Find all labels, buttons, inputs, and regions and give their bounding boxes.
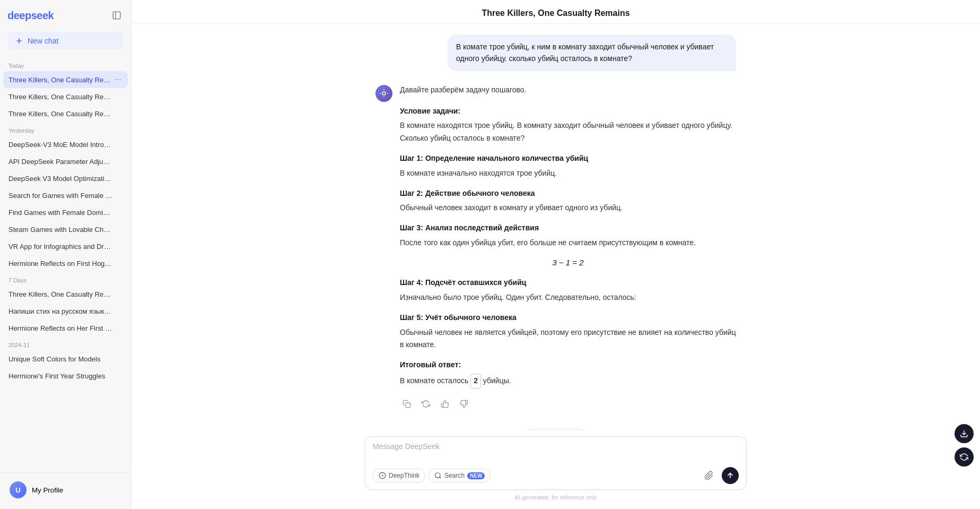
message-input[interactable] xyxy=(373,442,739,461)
conclusion-highlight: 2 xyxy=(470,374,481,389)
new-chat-button[interactable]: New chat xyxy=(7,32,124,50)
ai-section: Условие задачи:В комнате находятся трое … xyxy=(400,105,736,145)
sidebar-item[interactable]: VR App for Infographics and Drawings...·… xyxy=(3,238,128,255)
math-formula: 3 − 1 = 2 xyxy=(400,256,736,270)
sidebar-item-text: VR App for Infographics and Drawings... xyxy=(8,243,113,251)
sidebar-item[interactable]: DeepSeek V3 Model Optimization Tec...··· xyxy=(3,170,128,187)
sidebar-item[interactable]: Three Killers, One Casualty Remaining··· xyxy=(3,286,128,303)
thumbs-up-button[interactable] xyxy=(438,397,452,411)
sidebar-item[interactable]: Напиши стих на русском языке от··· xyxy=(3,303,128,320)
refresh-button[interactable] xyxy=(955,447,974,467)
ai-section-title: Шаг 4: Подсчёт оставшихся убийц xyxy=(400,277,736,289)
ai-section-body: После того как один убийца убит, его бол… xyxy=(400,237,736,249)
ai-section: Шаг 4: Подсчёт оставшихся убийцИзначальн… xyxy=(400,277,736,304)
regenerate-button[interactable] xyxy=(419,397,433,411)
ai-section: Шаг 3: Анализ последствий действияПосле … xyxy=(400,222,736,269)
sidebar-section-label: 2024-11 xyxy=(3,337,128,350)
ai-actions xyxy=(400,397,736,411)
right-side-buttons xyxy=(955,424,974,467)
send-button[interactable] xyxy=(722,467,739,484)
input-area: DeepThink Search NEW xyxy=(132,431,980,509)
sidebar: deepseek New chat TodayThree Killers, On… xyxy=(0,0,132,509)
sidebar-item-text: Unique Soft Colors for Models xyxy=(8,355,113,363)
ai-section-title: Шаг 1: Определение начального количества… xyxy=(400,152,736,165)
ai-section-body: В комнате находятся трое убийц. В комнат… xyxy=(400,119,736,145)
sidebar-item[interactable]: Three Killers, One Casualty Remai...··· xyxy=(3,71,128,88)
sidebar-item-text: DeepSeek V3 Model Optimization Tec... xyxy=(8,175,113,183)
svg-point-2 xyxy=(382,92,386,95)
logo-text-main: deep xyxy=(7,10,31,21)
sidebar-item[interactable]: Search for Games with Female Rivals··· xyxy=(3,187,128,204)
sidebar-item[interactable]: Three Killers, One Casualty Remains··· xyxy=(3,105,128,122)
search-label: Search xyxy=(444,472,465,479)
sidebar-footer: U My Profile xyxy=(0,472,131,509)
copy-button[interactable] xyxy=(400,397,414,411)
download-button[interactable] xyxy=(955,424,974,443)
sidebar-item[interactable]: Find Games with Female Domination T...··… xyxy=(3,204,128,221)
sidebar-item[interactable]: Hermione Reflects on Her First Hogwa...·… xyxy=(3,320,128,337)
ai-section: Шаг 2: Действие обычного человекаОбычный… xyxy=(400,187,736,215)
sidebar-nav: TodayThree Killers, One Casualty Remai..… xyxy=(0,57,131,472)
sidebar-item[interactable]: Hermione's First Year Struggles··· xyxy=(3,367,128,384)
ai-section: Шаг 1: Определение начального количества… xyxy=(400,152,736,180)
ai-section-body: Обычный человек заходит в комнату и убив… xyxy=(400,202,736,214)
new-chat-center-wrapper: New chat xyxy=(375,424,736,431)
sidebar-item-more-button[interactable]: ··· xyxy=(113,75,122,84)
sidebar-item[interactable]: Three Killers, One Casualty Remains··· xyxy=(3,88,128,105)
sidebar-item-text: Steam Games with Lovable Characters xyxy=(8,226,113,234)
ai-conclusion-title: Итоговый ответ: xyxy=(400,359,736,372)
svg-point-5 xyxy=(435,473,440,478)
ai-sections: Условие задачи:В комнате находятся трое … xyxy=(400,105,736,389)
ai-intro: Давайте разберём задачу пошагово. xyxy=(400,84,736,97)
sidebar-item-text: Find Games with Female Domination T... xyxy=(8,209,113,217)
sidebar-item[interactable]: Steam Games with Lovable Characters··· xyxy=(3,221,128,238)
thumbs-down-button[interactable] xyxy=(457,397,471,411)
deep-think-button[interactable]: DeepThink xyxy=(373,469,425,482)
page-title-text: Three Killers, One Casualty Remains xyxy=(482,8,629,18)
ai-section-title: Шаг 2: Действие обычного человека xyxy=(400,187,736,200)
avatar: U xyxy=(10,481,27,498)
search-button[interactable]: Search NEW xyxy=(428,469,491,482)
input-tools-left: DeepThink Search NEW xyxy=(373,469,491,482)
sidebar-item-text: Hermione Reflects on Her First Hogwa... xyxy=(8,324,113,332)
ai-section: Шаг 5: Учёт обычного человекаОбычный чел… xyxy=(400,312,736,351)
sidebar-item[interactable]: DeepSeek-V3 MoE Model Introductio...··· xyxy=(3,136,128,153)
ai-section-body: Обычный человек не является убийцей, поэ… xyxy=(400,326,736,352)
sidebar-section-label: 7 Days xyxy=(3,272,128,286)
sidebar-item-text: Three Killers, One Casualty Remains xyxy=(8,93,113,101)
sidebar-item-text: Hermione's First Year Struggles xyxy=(8,372,113,380)
sidebar-section-label: Today xyxy=(3,57,128,71)
new-chat-label: New chat xyxy=(28,37,58,45)
sidebar-item[interactable]: Hermione Reflects on First Hogwarts Y...… xyxy=(3,255,128,272)
attach-button[interactable] xyxy=(701,467,718,484)
logo-text-accent: seek xyxy=(31,10,54,21)
ai-section-title: Условие задачи: xyxy=(400,105,736,118)
input-tools-right xyxy=(701,467,739,484)
ai-conclusion: Итоговый ответ:В комнате осталось 2 убий… xyxy=(400,359,736,389)
ai-section-title: Шаг 3: Анализ последствий действия xyxy=(400,222,736,235)
sidebar-section-label: Yesterday xyxy=(3,122,128,136)
svg-rect-3 xyxy=(406,403,410,408)
sidebar-item-text: API DeepSeek Parameter Adjustment... xyxy=(8,158,113,166)
input-toolbar: DeepThink Search NEW xyxy=(373,467,739,484)
sidebar-item[interactable]: Unique Soft Colors for Models··· xyxy=(3,350,128,367)
ai-section-body: В комнате изначально находятся трое убий… xyxy=(400,167,736,180)
user-message-text: В комате трое убийц, к ним в комнату зах… xyxy=(456,42,714,63)
ai-section-title: Шаг 5: Учёт обычного человека xyxy=(400,312,736,324)
sidebar-header: deepseek xyxy=(0,0,131,28)
sidebar-item-text: Three Killers, One Casualty Remains xyxy=(8,110,113,118)
chat-content: В комате трое убийц, к ним в комнату зах… xyxy=(365,34,747,431)
svg-rect-0 xyxy=(113,12,120,19)
chat-area: В комате трое убийц, к ним в комнату зах… xyxy=(132,24,980,431)
avatar-initials: U xyxy=(15,486,20,494)
profile-button[interactable]: U My Profile xyxy=(7,478,124,502)
ai-disclaimer: AI-generated, for reference only xyxy=(514,494,597,501)
ai-message: Давайте разберём задачу пошагово. Услови… xyxy=(375,84,736,411)
ai-conclusion-body: В комнате осталось 2 убийцы. xyxy=(400,374,736,389)
sidebar-item-text: Three Killers, One Casualty Remai... xyxy=(8,76,113,84)
app-logo: deepseek xyxy=(7,10,54,22)
sidebar-toggle-button[interactable] xyxy=(110,8,124,22)
sidebar-item[interactable]: API DeepSeek Parameter Adjustment...··· xyxy=(3,153,128,170)
deep-think-label: DeepThink xyxy=(389,472,419,479)
ai-section-body: Изначально было трое убийц. Один убит. С… xyxy=(400,291,736,304)
